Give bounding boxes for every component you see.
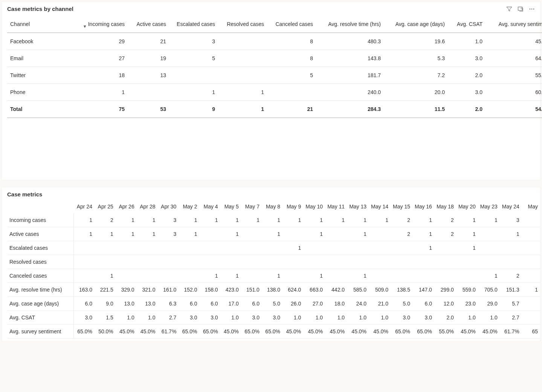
column-header-date[interactable]: May 10 (303, 200, 325, 213)
column-header-date[interactable]: May 16 (412, 200, 434, 213)
table-cell: 2 (95, 213, 116, 227)
table-row[interactable]: Avg. case age (days)6.09.013.013.06.36.0… (7, 297, 540, 311)
table-cell: 1 (456, 227, 478, 241)
table-cell: 45.0% (369, 325, 391, 339)
column-header-date[interactable]: May 13 (347, 200, 369, 213)
table-cell: 3.0 (73, 311, 95, 325)
table-row[interactable]: Twitter18135181.77.22.055.0% (7, 67, 542, 84)
column-header[interactable]: Escalated cases (169, 16, 218, 33)
table-cell: 2 (434, 227, 456, 241)
table-cell: 6.0 (412, 297, 434, 311)
table-row[interactable]: Facebook292138480.319.61.045.0% (7, 33, 542, 50)
table-row[interactable]: Canceled cases11111112 (7, 269, 540, 283)
table-cell: 6.0 (179, 297, 199, 311)
column-header[interactable]: Canceled cases (267, 16, 316, 33)
column-header-date[interactable]: Apr 25 (95, 200, 116, 213)
table-cell (218, 50, 267, 67)
column-header[interactable]: Avg. resolve time (hrs) (316, 16, 384, 33)
table-cell: 1 (95, 269, 116, 283)
table-cell (95, 255, 116, 269)
table-cell: 2 (391, 213, 412, 227)
row-label: Avg. CSAT (7, 311, 73, 325)
table-row[interactable]: Incoming cases121131111111111212113 (7, 213, 540, 227)
table-cell: 45.0% (220, 325, 241, 339)
column-header-date[interactable]: May (522, 200, 540, 213)
focus-mode-icon[interactable] (518, 6, 524, 12)
table-cell: 151.3 (500, 283, 522, 297)
panel-header: Case metrics by channel (2, 2, 540, 14)
column-header-date[interactable]: May 15 (391, 200, 412, 213)
row-label: Avg. case age (days) (7, 297, 73, 311)
table-row[interactable]: Avg. resolve time (hrs)163.0221.5329.032… (7, 283, 540, 297)
filter-icon[interactable] (506, 6, 512, 12)
table-row[interactable]: Avg. CSAT3.01.51.01.02.73.03.01.03.03.01… (7, 311, 540, 325)
table-cell (478, 227, 500, 241)
table-cell (282, 227, 303, 241)
table-cell (241, 255, 262, 269)
table-cell (137, 269, 158, 283)
column-header-date[interactable]: Apr 30 (158, 200, 179, 213)
column-header-date[interactable]: May 11 (325, 200, 347, 213)
column-header[interactable]: Avg. survey sentiment (486, 16, 542, 33)
table-cell: 6.0 (73, 297, 95, 311)
table-cell (95, 241, 116, 255)
table-row[interactable]: Avg. survey sentiment65.0%50.0%45.0%45.0… (7, 325, 540, 339)
table-row[interactable]: Active cases111131111121211 (7, 227, 540, 241)
table-cell: 442.0 (325, 283, 347, 297)
column-header-date[interactable]: May 9 (282, 200, 303, 213)
table-row[interactable]: Phone111240.020.03.060.0% (7, 84, 542, 101)
table-cell: 65.0% (200, 325, 220, 339)
column-header-date[interactable]: Apr 26 (116, 200, 137, 213)
column-header-date[interactable]: May 14 (369, 200, 391, 213)
table-row[interactable]: Resolved cases (7, 255, 540, 269)
table-cell: 3 (158, 227, 179, 241)
table-cell: 1.0 (448, 33, 486, 50)
table-cell: Facebook (7, 33, 79, 50)
table-cell: 45.0% (325, 325, 347, 339)
table-cell (391, 241, 412, 255)
column-header-date[interactable]: May 2 (179, 200, 199, 213)
column-header[interactable]: Channel (7, 16, 79, 33)
table-cell: 8 (267, 50, 316, 67)
table-cell: 509.0 (369, 283, 391, 297)
column-header-date[interactable]: May 23 (478, 200, 500, 213)
column-header[interactable]: Resolved cases (218, 16, 267, 33)
table-row[interactable]: Email271958143.85.33.064.7% (7, 50, 542, 67)
table-cell: Total (7, 101, 79, 118)
column-header-date[interactable]: May 20 (456, 200, 478, 213)
table-cell: 11.5 (384, 101, 448, 118)
table-cell: 1 (220, 227, 241, 241)
table-cell: 1 (116, 213, 137, 227)
column-header-date[interactable]: Apr 28 (137, 200, 158, 213)
column-header[interactable]: Avg. CSAT (448, 16, 486, 33)
table-cell: 1 (200, 213, 220, 227)
table-cell (282, 255, 303, 269)
table-cell: 23.0 (456, 297, 478, 311)
table-cell: 1 (456, 241, 478, 255)
row-label: Resolved cases (7, 255, 73, 269)
column-header[interactable]: Avg. case age (days) (384, 16, 448, 33)
table-cell (218, 67, 267, 84)
column-header-date[interactable]: May 5 (220, 200, 241, 213)
column-header[interactable]: ▼Incoming cases (79, 16, 128, 33)
table-cell (137, 255, 158, 269)
table-cell: 1 (179, 213, 199, 227)
column-header-date[interactable]: Apr 24 (73, 200, 95, 213)
row-label: Active cases (7, 227, 73, 241)
column-header-date[interactable]: May 4 (200, 200, 220, 213)
table-cell (158, 269, 179, 283)
column-header-date[interactable]: May 24 (500, 200, 522, 213)
more-options-icon[interactable] (529, 6, 535, 12)
table-cell (282, 269, 303, 283)
table-cell: 9.0 (95, 297, 116, 311)
table-header-row: Apr 24Apr 25Apr 26Apr 28Apr 30May 2May 4… (7, 200, 540, 213)
column-header-date[interactable]: May 8 (262, 200, 282, 213)
table-row[interactable]: Escalated cases111 (7, 241, 540, 255)
column-header-date[interactable]: May 7 (241, 200, 262, 213)
column-header-date[interactable]: May 18 (434, 200, 456, 213)
row-label: Avg. resolve time (hrs) (7, 283, 73, 297)
table-cell: 45.0% (456, 325, 478, 339)
table-cell: 1 (220, 213, 241, 227)
column-header[interactable]: Active cases (128, 16, 169, 33)
table-cell: 2.0 (434, 311, 456, 325)
